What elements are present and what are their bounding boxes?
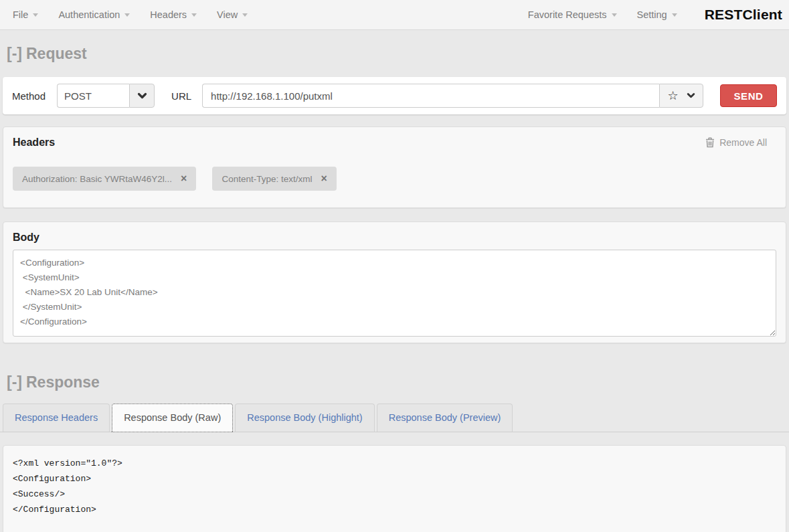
- header-chip-label: Content-Type: text/xml: [222, 174, 312, 184]
- close-icon[interactable]: ×: [181, 173, 187, 184]
- menu-authentication[interactable]: Authentication: [48, 0, 140, 29]
- url-input[interactable]: [202, 84, 659, 108]
- tab-response-body-preview[interactable]: Response Body (Preview): [377, 404, 513, 432]
- chevron-down-icon: [191, 13, 197, 17]
- url-label: URL: [171, 90, 191, 102]
- header-chip-content-type[interactable]: Content-Type: text/xml ×: [212, 167, 336, 191]
- favorite-url-dropdown-button[interactable]: ☆: [659, 84, 703, 108]
- menu-view[interactable]: View: [207, 0, 258, 29]
- chevron-down-icon: [124, 13, 130, 17]
- headers-panel: Headers Remove All Authorization: Basic …: [3, 126, 786, 208]
- request-row: Method URL ☆ SEND: [3, 77, 786, 114]
- menu-favorite-requests-label: Favorite Requests: [528, 9, 607, 20]
- menubar-right: Favorite Requests Setting RESTClient: [518, 7, 785, 23]
- body-panel-title: Body: [13, 232, 39, 243]
- method-label: Method: [12, 90, 46, 102]
- chevron-down-icon: [242, 13, 248, 17]
- method-input[interactable]: [57, 84, 129, 108]
- method-dropdown-button[interactable]: [129, 84, 155, 108]
- menu-setting[interactable]: Setting: [627, 9, 687, 20]
- send-button[interactable]: SEND: [720, 84, 777, 107]
- request-body-textarea[interactable]: <Configuration> <SystemUnit> <Name>SX 20…: [13, 250, 776, 337]
- tab-response-body-raw[interactable]: Response Body (Raw): [112, 404, 233, 432]
- app-logo: RESTClient: [705, 7, 785, 23]
- header-chip-label: Authorization: Basic YWRtaW46Y2l...: [22, 174, 172, 184]
- chevron-down-icon: [33, 13, 38, 17]
- menu-favorite-requests[interactable]: Favorite Requests: [518, 9, 627, 20]
- remove-all-button[interactable]: Remove All: [705, 137, 767, 148]
- response-tabs: Response Headers Response Body (Raw) Res…: [0, 402, 789, 432]
- chevron-down-icon: [137, 92, 147, 100]
- menubar: File Authentication Headers View Favorit…: [0, 0, 789, 30]
- response-section-heading: [-]Response: [7, 373, 782, 391]
- request-section-title: Request: [26, 45, 87, 62]
- chevron-down-icon: [672, 13, 677, 17]
- response-raw-body: <?xml version="1.0"?> <Configuration> <S…: [13, 456, 776, 517]
- response-body-panel: <?xml version="1.0"?> <Configuration> <S…: [3, 445, 786, 532]
- method-select-group: [57, 84, 155, 108]
- trash-icon: [705, 137, 715, 148]
- request-section-heading: [-]Request: [7, 45, 782, 62]
- response-section-title: Response: [26, 373, 100, 391]
- request-collapse-toggle[interactable]: [-]: [7, 45, 22, 62]
- star-icon: ☆: [667, 90, 678, 102]
- chevron-down-icon: [687, 92, 695, 99]
- header-chip-authorization[interactable]: Authorization: Basic YWRtaW46Y2l... ×: [13, 167, 196, 191]
- menu-authentication-label: Authentication: [58, 9, 120, 20]
- chevron-down-icon: [612, 13, 617, 17]
- remove-all-label: Remove All: [719, 137, 767, 148]
- headers-panel-title: Headers: [13, 137, 55, 149]
- menu-setting-label: Setting: [637, 9, 667, 20]
- menu-file-label: File: [13, 9, 28, 20]
- header-chips-row: Authorization: Basic YWRtaW46Y2l... × Co…: [13, 167, 776, 191]
- menu-file[interactable]: File: [3, 0, 48, 29]
- body-panel: Body <Configuration> <SystemUnit> <Name>…: [3, 221, 786, 343]
- close-icon[interactable]: ×: [321, 173, 327, 184]
- menu-view-label: View: [217, 9, 238, 20]
- tab-response-body-highlight[interactable]: Response Body (Highlight): [235, 404, 374, 432]
- menu-headers-label: Headers: [150, 9, 187, 20]
- tab-response-headers[interactable]: Response Headers: [3, 404, 110, 432]
- response-collapse-toggle[interactable]: [-]: [7, 373, 22, 391]
- menu-headers[interactable]: Headers: [140, 0, 207, 29]
